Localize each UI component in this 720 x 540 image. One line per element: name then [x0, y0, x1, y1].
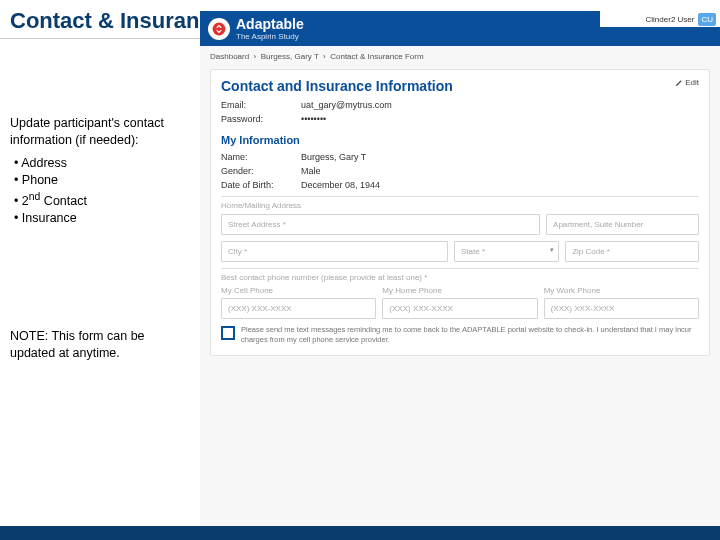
state-select[interactable]: State * — [454, 241, 559, 262]
password-value: •••••••• — [301, 114, 326, 124]
app-screenshot: Adaptable The Aspirin Study Clinder2 Use… — [200, 11, 720, 526]
email-value: uat_gary@mytrus.com — [301, 100, 392, 110]
pencil-icon — [675, 79, 683, 87]
user-avatar-chip[interactable]: CU — [698, 13, 716, 26]
cell-phone-input[interactable]: (XXX) XXX-XXXX — [221, 298, 376, 319]
home-phone-input[interactable]: (XXX) XXX-XXXX — [382, 298, 537, 319]
work-phone-input[interactable]: (XXX) XXX-XXXX — [544, 298, 699, 319]
svg-point-0 — [213, 22, 226, 35]
cell-phone-label: My Cell Phone — [221, 286, 376, 295]
dob-value: December 08, 1944 — [301, 180, 380, 190]
zip-input[interactable]: Zip Code * — [565, 241, 699, 262]
bullet-item: Insurance — [14, 210, 194, 228]
card-title: Contact and Insurance Information — [221, 78, 699, 94]
instructions-panel: Update participant's contact information… — [0, 107, 200, 526]
my-information-heading: My Information — [221, 134, 699, 146]
app-header: Adaptable The Aspirin Study Clinder2 Use… — [200, 11, 720, 46]
user-label: Clinder2 User — [646, 15, 695, 24]
bullet-item: Phone — [14, 172, 194, 190]
footer-bar — [0, 526, 720, 540]
phone-section-label: Best contact phone number (please provid… — [221, 273, 699, 282]
password-label: Password: — [221, 114, 301, 124]
work-phone-label: My Work Phone — [544, 286, 699, 295]
city-input[interactable]: City * — [221, 241, 448, 262]
breadcrumb[interactable]: Dashboard › Burgess, Gary T › Contact & … — [210, 52, 710, 61]
name-value: Burgess, Gary T — [301, 152, 366, 162]
logo-icon — [208, 18, 230, 40]
sms-consent-checkbox[interactable] — [221, 326, 235, 340]
address-section-label: Home/Mailing Address — [221, 201, 699, 210]
name-label: Name: — [221, 152, 301, 162]
note-text: NOTE: This form can be updated at anytim… — [10, 328, 194, 362]
contact-insurance-card: Edit Contact and Insurance Information E… — [210, 69, 710, 356]
gender-value: Male — [301, 166, 321, 176]
sms-consent-text: Please send me text messages reminding m… — [241, 325, 699, 345]
edit-button[interactable]: Edit — [675, 78, 699, 87]
app-name: Adaptable — [236, 16, 304, 32]
email-label: Email: — [221, 100, 301, 110]
bullet-item: Address — [14, 155, 194, 173]
dob-label: Date of Birth: — [221, 180, 301, 190]
street-address-input[interactable]: Street Address * — [221, 214, 540, 235]
app-subtitle: The Aspirin Study — [236, 32, 304, 41]
gender-label: Gender: — [221, 166, 301, 176]
apartment-input[interactable]: Apartment, Suite Number — [546, 214, 699, 235]
instruction-text: Update participant's contact information… — [10, 115, 194, 149]
home-phone-label: My Home Phone — [382, 286, 537, 295]
bullet-item: 2nd Contact — [14, 190, 194, 211]
